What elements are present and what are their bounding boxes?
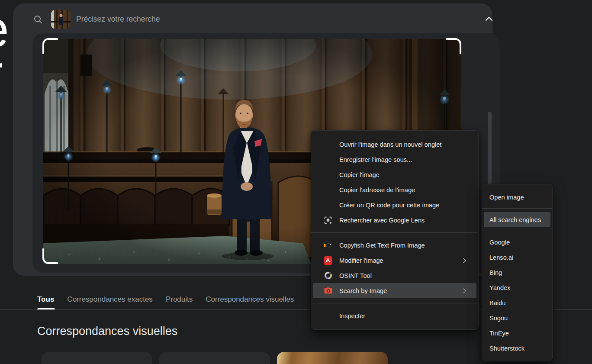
- search-input[interactable]: [76, 11, 405, 27]
- tab-correspondances-visuelles[interactable]: Correspondances visuelles: [206, 290, 294, 309]
- adobe-acrobat-icon: [323, 256, 333, 265]
- tab-correspondances-exactes[interactable]: Correspondances exactes: [67, 290, 153, 309]
- partial-logo-glyph: e: [0, 3, 9, 55]
- submenu-item-sogou[interactable]: Sogou: [484, 310, 550, 325]
- panel-scrollbar[interactable]: [488, 112, 492, 184]
- submenu-item-bing[interactable]: Bing: [484, 265, 550, 280]
- osint-tool-icon: [323, 271, 333, 280]
- menu-separator: [482, 208, 552, 209]
- collapse-panel-button[interactable]: [480, 11, 498, 27]
- menu-separator: [311, 232, 478, 233]
- menu-item-open-image-new-tab[interactable]: Ouvrir l'image dans un nouvel onglet: [313, 137, 476, 152]
- menu-item-copy-image[interactable]: Copier l'image: [313, 167, 476, 182]
- result-card-image[interactable]: [277, 352, 388, 364]
- result-card[interactable]: [42, 352, 152, 364]
- result-card[interactable]: [159, 352, 270, 364]
- menu-item-search-by-image[interactable]: Search by Image: [313, 283, 476, 298]
- tab-produits[interactable]: Produits: [166, 290, 193, 309]
- query-image-thumbnail[interactable]: [51, 10, 71, 29]
- google-lens-icon: [323, 216, 333, 225]
- page: e: [0, 0, 592, 364]
- logo-speck: [0, 63, 2, 68]
- chevron-up-icon: [485, 16, 493, 22]
- search-bar: [13, 3, 492, 33]
- tab-tous[interactable]: Tous: [37, 290, 54, 309]
- menu-item-copy-image-address[interactable]: Copier l'adresse de l'image: [313, 182, 476, 197]
- menu-item-create-qr-code[interactable]: Créer un QR code pour cette image: [313, 197, 476, 213]
- camera-icon: [323, 286, 333, 296]
- menu-item-copyfish[interactable]: Copyfish Get Text From Image: [313, 238, 476, 253]
- search-by-image-submenu: Open image All search engines Google Len…: [482, 184, 553, 361]
- submenu-arrow-icon: [461, 288, 466, 293]
- menu-item-inspecter[interactable]: Inspecter: [313, 308, 476, 323]
- crop-handle-bottom-left[interactable]: [42, 248, 58, 264]
- crop-handle-top-left[interactable]: [42, 38, 58, 54]
- submenu-item-yandex[interactable]: Yandex: [484, 280, 550, 295]
- menu-item-osint-tool[interactable]: OSINT Tool: [313, 268, 476, 283]
- submenu-item-google[interactable]: Google: [484, 235, 550, 250]
- submenu-item-lenso-ai[interactable]: Lenso.ai: [484, 250, 550, 265]
- submenu-arrow-icon: [461, 258, 466, 263]
- submenu-item-all-search-engines[interactable]: All search engines: [484, 212, 550, 227]
- submenu-item-shutterstock[interactable]: Shutterstock: [484, 341, 550, 356]
- menu-separator: [311, 303, 478, 303]
- context-menu: Ouvrir l'image dans un nouvel onglet Enr…: [311, 130, 479, 330]
- crop-handle-top-right[interactable]: [446, 38, 461, 54]
- submenu-item-baidu[interactable]: Baidu: [484, 295, 550, 310]
- section-title: Correspondances visuelles: [37, 325, 177, 338]
- menu-item-modifier-image[interactable]: Modifier l'image: [313, 253, 476, 268]
- menu-item-save-image-as[interactable]: Enregistrer l'image sous...: [313, 152, 476, 167]
- copyfish-icon: [323, 241, 333, 250]
- submenu-item-tineye[interactable]: TinEye: [484, 325, 550, 341]
- menu-item-search-google-lens[interactable]: Rechercher avec Google Lens: [313, 213, 476, 228]
- submenu-item-open-image[interactable]: Open image: [484, 190, 550, 205]
- menu-separator: [482, 231, 552, 231]
- search-icon: [33, 15, 43, 24]
